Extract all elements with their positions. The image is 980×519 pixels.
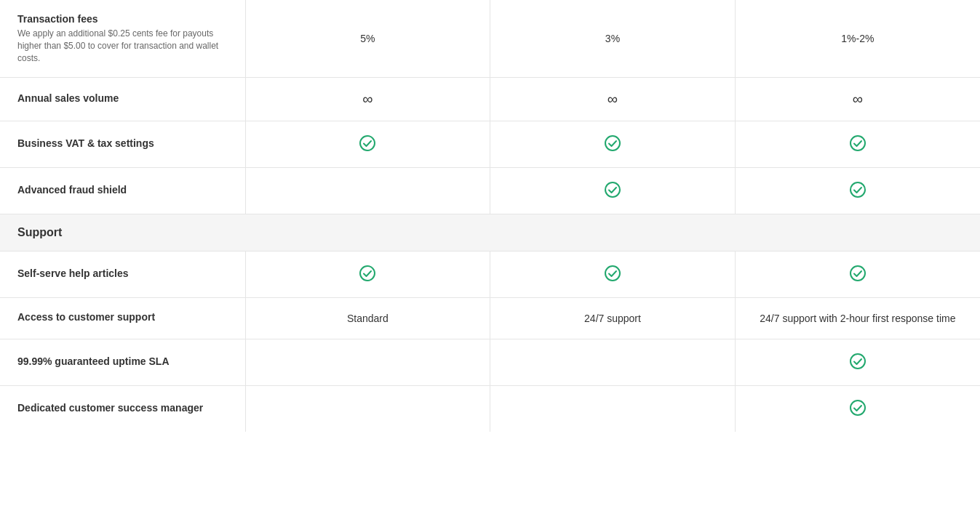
check-icon — [849, 265, 867, 282]
svg-point-4 — [850, 182, 865, 197]
feature-description-cell: Annual sales volume — [0, 78, 245, 121]
feature-cell-empty — [490, 386, 736, 432]
svg-point-6 — [605, 266, 620, 281]
feature-cell-check — [490, 252, 736, 298]
feature-description-cell: 99.99% guaranteed uptime SLA — [0, 339, 245, 386]
feature-row: Annual sales volume ∞ ∞ ∞ — [0, 78, 980, 121]
feature-cell-text: 5% — [245, 0, 490, 78]
feature-cell-empty — [245, 168, 490, 214]
check-icon — [849, 399, 867, 417]
check-icon — [604, 265, 621, 282]
svg-point-5 — [360, 266, 375, 281]
feature-cell-infinity: ∞ — [735, 78, 980, 121]
feature-cell-check — [735, 121, 980, 168]
feature-cell-text: 24/7 support with 2-hour first response … — [735, 298, 980, 339]
feature-row: Self-serve help articles — [0, 252, 980, 298]
feature-description-cell: Self-serve help articles — [0, 252, 245, 298]
feature-row: Transaction fees We apply an additional … — [0, 0, 980, 78]
check-icon — [604, 134, 621, 152]
feature-cell-text: 3% — [490, 0, 736, 78]
feature-row: 99.99% guaranteed uptime SLA — [0, 339, 980, 386]
feature-cell-check — [735, 252, 980, 298]
feature-description-cell: Advanced fraud shield — [0, 168, 245, 214]
feature-cell-text: Standard — [245, 298, 490, 339]
check-icon — [849, 181, 867, 198]
infinity-symbol: ∞ — [362, 91, 373, 107]
check-icon — [359, 134, 376, 152]
feature-cell-text: 24/7 support — [490, 298, 736, 339]
feature-cell-check — [735, 168, 980, 214]
feature-row: Advanced fraud shield — [0, 168, 980, 214]
svg-point-0 — [360, 136, 375, 150]
section-label: Support — [0, 214, 980, 252]
feature-row: Business VAT & tax settings — [0, 121, 980, 168]
svg-point-3 — [605, 182, 620, 197]
svg-point-1 — [605, 136, 620, 150]
feature-description-cell: Transaction fees We apply an additional … — [0, 0, 245, 78]
infinity-symbol: ∞ — [607, 91, 618, 107]
check-icon — [849, 353, 867, 370]
infinity-symbol: ∞ — [853, 91, 863, 107]
pricing-comparison-table: Transaction fees We apply an additional … — [0, 0, 980, 432]
feature-cell-check — [490, 168, 736, 214]
feature-cell-infinity: ∞ — [245, 78, 490, 121]
feature-row: Access to customer support Standard 24/7… — [0, 298, 980, 339]
feature-description-cell: Business VAT & tax settings — [0, 121, 245, 168]
feature-cell-check — [490, 121, 736, 168]
feature-cell-check — [735, 339, 980, 386]
feature-cell-empty — [490, 339, 736, 386]
check-icon — [604, 181, 621, 198]
svg-point-2 — [850, 136, 865, 150]
feature-name: Dedicated customer success manager — [17, 402, 228, 414]
feature-row: Dedicated customer success manager — [0, 386, 980, 432]
feature-name: Advanced fraud shield — [17, 184, 228, 196]
feature-name: Self-serve help articles — [17, 267, 228, 279]
feature-description-cell: Access to customer support — [0, 298, 245, 339]
feature-cell-check — [245, 252, 490, 298]
feature-cell-check — [245, 121, 490, 168]
feature-cell-check — [735, 386, 980, 432]
feature-cell-empty — [245, 386, 490, 432]
feature-name: Transaction fees — [17, 13, 228, 25]
feature-name: Access to customer support — [17, 311, 228, 323]
svg-point-9 — [850, 401, 865, 415]
feature-name: 99.99% guaranteed uptime SLA — [17, 355, 228, 367]
feature-cell-text: 1%-2% — [735, 0, 980, 78]
feature-name: Business VAT & tax settings — [17, 137, 228, 149]
check-icon — [359, 265, 376, 282]
feature-name: Annual sales volume — [17, 92, 228, 104]
section-header-row: Support — [0, 214, 980, 252]
feature-cell-empty — [245, 339, 490, 386]
check-icon — [849, 134, 867, 152]
feature-desc: We apply an additional $0.25 cents fee f… — [17, 28, 228, 64]
svg-point-7 — [850, 266, 865, 281]
feature-cell-infinity: ∞ — [490, 78, 736, 121]
feature-description-cell: Dedicated customer success manager — [0, 386, 245, 432]
svg-point-8 — [850, 354, 865, 369]
